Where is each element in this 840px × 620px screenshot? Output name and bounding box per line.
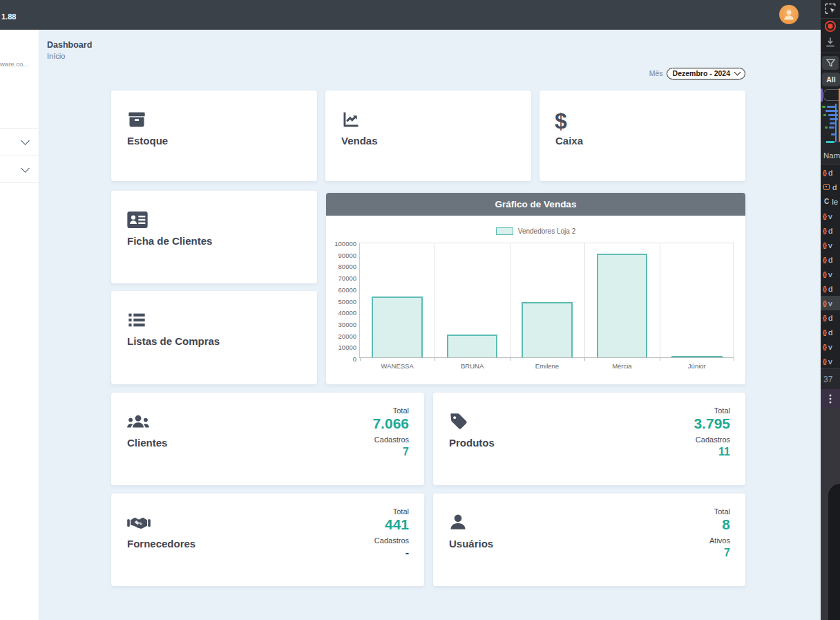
script-file-icon: {}: [823, 169, 826, 176]
chart-legend[interactable]: Vendedores Loja 2: [326, 227, 745, 235]
network-request-row[interactable]: {}v: [821, 296, 840, 310]
chart-title-bar: Gráfico de Vendas: [326, 193, 745, 216]
id-card-icon: [126, 210, 149, 229]
nav-card-ficha-de-clientes[interactable]: Ficha de Clientes: [111, 191, 317, 283]
network-request-row[interactable]: d: [821, 180, 840, 194]
filter-all-chip[interactable]: All: [822, 73, 840, 86]
y-axis-tick-label: 30000: [338, 320, 356, 328]
x-axis-tick: [510, 357, 510, 361]
x-axis-category-label: Emilene: [535, 362, 559, 370]
download-icon[interactable]: [825, 37, 836, 48]
devtools-panel: All Nam {}ddCle{}v{}d{}v{}d{}v{}d{}v{}d{…: [821, 0, 840, 620]
nav-card-caixa[interactable]: $ Caixa: [540, 91, 745, 181]
divider: [821, 53, 840, 53]
record-stop-icon[interactable]: [824, 20, 837, 32]
chart-bar-Emilene: [522, 302, 573, 357]
request-name: d: [828, 256, 832, 264]
stat-card-usuarios[interactable]: Usuários Total 8 Ativos 7: [433, 494, 745, 586]
stat-card-clientes[interactable]: Clientes Total 7.066 Cadastros 7: [111, 393, 424, 485]
stat-card-fornecedores[interactable]: Fornecedores Total 441 Cadastros -: [111, 494, 424, 586]
stat-value: 7.066: [372, 415, 409, 432]
x-axis-tick: [660, 357, 660, 361]
user-avatar[interactable]: [779, 5, 799, 24]
sidebar-accordion-item-1[interactable]: [0, 128, 39, 156]
kebab-menu-icon: [830, 393, 832, 405]
chevron-down-icon: [21, 164, 30, 173]
sidebar-accordion-item-2[interactable]: [0, 156, 39, 183]
request-name: v: [828, 343, 832, 351]
stat-key: Cadastros: [694, 435, 730, 444]
x-axis-category-label: Júnior: [688, 362, 706, 370]
chart-bar-Júnior: [671, 356, 723, 357]
divider: [821, 18, 840, 19]
filter-input-fragment[interactable]: [823, 89, 839, 101]
stat-value: 3.795: [694, 415, 730, 432]
stat-value: 7: [372, 445, 409, 460]
device-frame: [828, 484, 840, 620]
stat-card-label: Fornecedores: [127, 538, 195, 549]
request-name: v: [828, 270, 832, 279]
more-options-button[interactable]: [821, 389, 840, 408]
network-request-row[interactable]: {}v: [821, 209, 840, 223]
nav-card-label: Estoque: [127, 135, 168, 147]
request-name: d: [828, 314, 832, 322]
network-request-row[interactable]: {}v: [821, 267, 840, 281]
gridline: [510, 243, 510, 357]
y-axis-tick-label: 10000: [338, 344, 356, 351]
network-request-row[interactable]: {}d: [821, 310, 840, 325]
filter-button[interactable]: [822, 56, 839, 70]
network-overview-waterfall[interactable]: [821, 104, 840, 142]
month-select-value: Dezembro - 2024: [673, 69, 730, 77]
gridline: [584, 243, 585, 357]
chart-line-icon: [341, 110, 361, 129]
script-file-icon: {}: [823, 344, 826, 350]
x-axis-tick: [734, 357, 734, 361]
network-request-row[interactable]: {}v: [821, 354, 840, 368]
stylesheet-file-icon: C: [824, 198, 829, 205]
script-file-icon: {}: [823, 227, 826, 234]
stat-values: Total 441 Cadastros -: [374, 507, 409, 561]
devtools-lower-panel: [821, 408, 840, 620]
y-axis-tick-label: 80000: [338, 263, 356, 270]
network-request-row[interactable]: {}v: [821, 238, 840, 252]
stat-key: Total: [372, 406, 409, 415]
stat-key: Total: [709, 507, 730, 516]
selection-indicator: [826, 141, 834, 143]
script-file-icon: {}: [823, 256, 826, 263]
network-name-column-header[interactable]: Nam: [821, 142, 840, 165]
bar-chart-plot-area: 0100002000030000400005000060000700008000…: [359, 243, 734, 358]
request-name: v: [828, 357, 832, 366]
request-name: d: [828, 169, 832, 177]
stat-card-label: Produtos: [449, 437, 495, 449]
stat-values: Total 7.066 Cadastros 7: [372, 406, 409, 460]
y-axis-tick-label: 90000: [338, 251, 356, 259]
request-name: v: [828, 241, 832, 250]
chart-bar-WANESSA: [372, 297, 423, 358]
nav-card-listas-de-compras[interactable]: Listas de Compras: [111, 291, 317, 384]
request-count: 37: [823, 375, 832, 384]
nav-card-estoque[interactable]: Estoque: [111, 91, 317, 181]
month-select-dropdown[interactable]: Dezembro - 2024: [667, 68, 745, 79]
inspect-element-icon[interactable]: [825, 3, 837, 15]
network-request-row[interactable]: {}d: [821, 252, 840, 267]
y-axis-tick-label: 0: [353, 355, 356, 363]
nav-card-label: Caixa: [555, 135, 583, 147]
stat-card-produtos[interactable]: Produtos Total 3.795 Cadastros 11: [433, 393, 745, 485]
x-axis-tick: [584, 357, 585, 361]
network-request-row[interactable]: {}d: [821, 223, 840, 238]
request-name: d: [828, 227, 832, 235]
users-icon: [126, 412, 150, 431]
gridline: [435, 243, 435, 357]
request-name: d: [832, 183, 837, 191]
nav-card-vendas[interactable]: Vendas: [325, 91, 531, 181]
script-file-icon: {}: [823, 213, 826, 220]
network-request-row[interactable]: {}d: [821, 165, 840, 180]
scrollbar-fragment[interactable]: [821, 88, 823, 102]
network-request-row[interactable]: Cle: [821, 194, 840, 209]
network-request-row[interactable]: {}v: [821, 339, 840, 354]
user-icon: [448, 513, 468, 532]
network-request-row[interactable]: {}d: [821, 281, 840, 296]
network-request-row[interactable]: {}d: [821, 325, 840, 339]
sidebar-truncated-text: ware.co...: [0, 60, 39, 68]
stat-value: -: [374, 546, 409, 561]
